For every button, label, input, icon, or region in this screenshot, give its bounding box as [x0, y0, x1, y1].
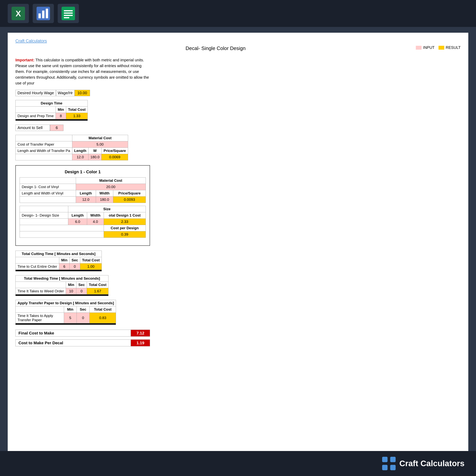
cutting-label-spacer — [16, 257, 59, 263]
cutting-row-label: Time to Cut Entire Order — [16, 263, 59, 270]
svg-rect-10 — [64, 17, 69, 18]
svg-rect-5 — [46, 9, 48, 18]
svg-rect-7 — [64, 10, 73, 11]
final-cost-row: Final Cost to Make 7.12 — [15, 330, 150, 337]
excel-icon[interactable]: X — [8, 4, 29, 23]
vinyl-width-header: Width — [96, 190, 113, 197]
input-legend-box — [416, 46, 422, 50]
bottom-bar: Craft Calculators — [0, 451, 476, 476]
breadcrumb[interactable]: Craft Calculators — [15, 38, 461, 43]
cost-per-design-empty — [20, 231, 104, 238]
transfer-length-header: Length — [72, 148, 88, 154]
material-cost-spacer — [16, 135, 72, 141]
wage-label: Desired Hourly Wage — [15, 90, 56, 96]
transfer-width-header: W — [88, 148, 102, 154]
weeding-sec-header: Sec — [76, 282, 87, 288]
svg-text:X: X — [16, 9, 21, 18]
vinyl-empty — [20, 197, 76, 203]
svg-rect-8 — [64, 13, 73, 14]
design-time-black-bar — [16, 119, 88, 121]
transfer-time-black-bar — [16, 323, 116, 325]
cutting-sec-header: Sec — [69, 257, 80, 263]
cost-per-decal-value: 1.19 — [131, 340, 150, 346]
design-time-total-header: Total Cost — [66, 106, 87, 113]
transfer-time-header: Apply Transfer Paper to Design [ Minutes… — [16, 300, 116, 306]
amount-to-sell-label: Amount to Sell — [15, 125, 50, 131]
transfer-time-sec-value[interactable]: 0 — [77, 313, 89, 323]
vinyl-width-value[interactable]: 180.0 — [96, 197, 113, 203]
transfer-time-total-header: Total Cost — [89, 306, 116, 313]
cutting-total-value: 1.00 — [80, 263, 102, 270]
svg-rect-11 — [382, 457, 388, 462]
transfer-paper-value[interactable]: 5.00 — [72, 141, 128, 148]
transfer-time-total-value: 0.83 — [89, 313, 116, 323]
design1-box: Design 1 - Color 1 Material Cost Design … — [15, 165, 150, 246]
weeding-time-table: Total Weeding Time [ Minutes and Seconds… — [15, 275, 108, 296]
total-design-cost-value: 2.33 — [104, 219, 146, 225]
material-cost-header: Material Cost — [72, 135, 128, 141]
design-time-table: Design Time Min Total Cost Design and Pr… — [15, 100, 88, 121]
vinyl-cost-label: Design 1- Cost of Vinyl — [20, 184, 76, 190]
bottom-logo-text: Craft Calculators — [399, 459, 464, 468]
weeding-row-label: Time It Takes to Weed Order — [16, 288, 66, 294]
weeding-min-value[interactable]: 10 — [66, 288, 76, 294]
vinyl-price-sq-header: Price/Square — [113, 190, 146, 197]
transfer-paper-label: Cost of Transfer Paper — [16, 141, 72, 148]
legend: INPUT RESULT — [416, 45, 461, 50]
vinyl-cost-value[interactable]: 20.00 — [76, 184, 146, 190]
amount-to-sell-value[interactable]: 6 — [50, 125, 64, 131]
transfer-time-row-label: Time It Takes to Apply Transfer Paper — [16, 313, 64, 323]
sheets-icon[interactable] — [58, 4, 79, 23]
important-text-body: This calculator is compatible with both … — [15, 58, 149, 85]
input-legend-label: INPUT — [423, 45, 435, 50]
material-cost-table: Material Cost Cost of Transfer Paper 5.0… — [15, 135, 128, 160]
svg-rect-9 — [64, 15, 73, 16]
size-width-header: Width — [87, 212, 104, 219]
main-content: Craft Calculators Decal- Single Color De… — [8, 33, 468, 456]
cost-per-design-value: 0.39 — [104, 231, 146, 238]
svg-rect-4 — [42, 11, 44, 18]
design-prep-min[interactable]: 8 — [56, 113, 66, 119]
transfer-time-table: Apply Transfer Paper to Design [ Minutes… — [15, 300, 116, 325]
transfer-length-value[interactable]: 12.0 — [72, 154, 88, 160]
design-time-header: Design Time — [16, 100, 88, 106]
vinyl-spacer — [20, 177, 76, 184]
bottom-logo: Craft Calculators — [382, 457, 464, 470]
cutting-sec-value[interactable]: 0 — [69, 263, 80, 270]
transfer-price-sq-header: Price/Square — [102, 148, 128, 154]
design-prep-total: 1.33 — [66, 113, 87, 119]
cutting-time-header: Total Cutting Time [ Minutes and Seconds… — [16, 251, 102, 257]
chart-icon[interactable] — [33, 4, 54, 23]
important-note: Important: This calculator is compatible… — [15, 57, 150, 86]
vinyl-length-value[interactable]: 12.0 — [76, 197, 96, 203]
transfer-time-min-header: Min — [64, 306, 77, 313]
design-time-row-label — [16, 106, 56, 113]
wage-row: Desired Hourly Wage Wage/Hr 10.00 — [15, 90, 461, 96]
transfer-time-label-spacer — [16, 306, 64, 313]
cutting-black-bar — [16, 270, 102, 271]
size-length-value[interactable]: 6.0 — [68, 219, 87, 225]
craft-calculators-logo-icon — [382, 457, 396, 470]
vinyl-material-header: Material Cost — [76, 177, 146, 184]
weeding-black-bar — [16, 294, 108, 296]
weeding-label-spacer — [16, 282, 66, 288]
transfer-price-sq-value: 0.0069 — [102, 154, 128, 160]
transfer-width-value[interactable]: 180.0 — [88, 154, 102, 160]
wage-value[interactable]: 10.00 — [75, 90, 90, 96]
weeding-sec-value[interactable]: 0 — [76, 288, 87, 294]
cost-per-design-header: Cost per Design — [104, 225, 146, 231]
design1-title: Design 1 - Color 1 — [20, 170, 146, 174]
transfer-time-min-value[interactable]: 5 — [64, 313, 77, 323]
cutting-min-value[interactable]: 6 — [59, 263, 70, 270]
design-prep-label: Design and Prep Time — [16, 113, 56, 119]
transfer-time-sec-header: Sec — [77, 306, 89, 313]
size-empty — [20, 219, 68, 225]
cutting-time-table: Total Cutting Time [ Minutes and Seconds… — [15, 251, 102, 271]
final-cost-label: Final Cost to Make — [15, 330, 131, 337]
weeding-total-header: Total Cost — [87, 282, 108, 288]
page-title: Decal- Single Color Design — [15, 45, 416, 51]
transfer-time-label-1: Time It Takes to Apply — [17, 314, 53, 318]
vinyl-length-header: Length — [76, 190, 96, 197]
size-width-value[interactable]: 4.0 — [87, 219, 104, 225]
total-design-cost-header: otal Design 1 Cost — [104, 212, 146, 219]
